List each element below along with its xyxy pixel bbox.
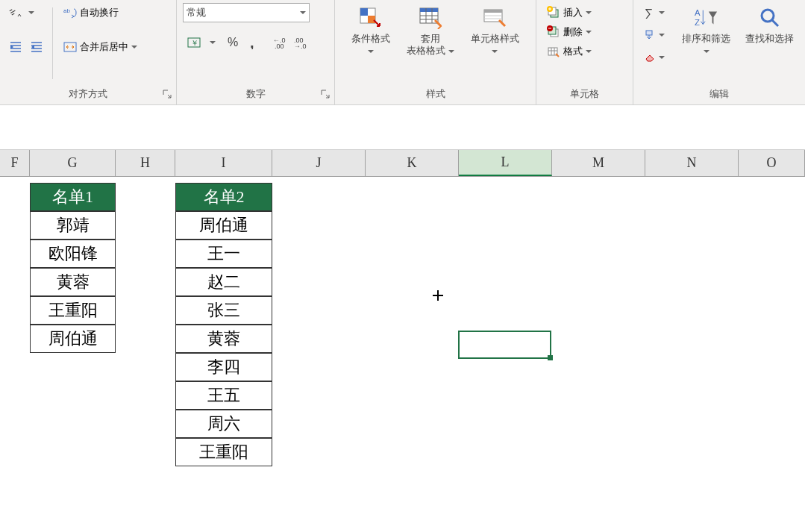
list-header[interactable]: 名单2: [175, 183, 272, 211]
svg-point-28: [762, 10, 774, 22]
svg-text:ab: ab: [63, 7, 70, 14]
column-header-G[interactable]: G: [30, 150, 116, 176]
list-item[interactable]: 周伯通: [30, 325, 116, 353]
list-item[interactable]: 张三: [175, 296, 272, 325]
increase-decimal-button[interactable]: ←.0.00: [271, 33, 290, 52]
svg-text:∑: ∑: [645, 7, 653, 19]
svg-rect-14: [420, 8, 438, 12]
merge-center-label: 合并后居中: [80, 40, 128, 54]
format-button[interactable]: 格式: [542, 42, 596, 61]
find-select-label: 查找和选择: [745, 33, 794, 44]
cell-styles-button[interactable]: 单元格样式: [465, 3, 525, 60]
list-item[interactable]: 周六: [175, 410, 272, 438]
column-header-I[interactable]: I: [175, 150, 272, 176]
spreadsheet-grid[interactable]: FGHIJKLMNO 名单1郭靖欧阳锋黄蓉王重阳周伯通名单2周伯通王一赵二张三黄…: [0, 150, 805, 532]
list-item[interactable]: 李四: [175, 353, 272, 381]
list-item[interactable]: 周伯通: [175, 211, 272, 240]
insert-icon: [547, 6, 560, 19]
format-icon: [547, 45, 560, 58]
styles-group-label: 样式: [341, 84, 530, 103]
cell-styles-icon: [483, 6, 507, 30]
list-item[interactable]: 欧阳锋: [30, 240, 116, 268]
ribbon-group-editing: ∑ AZ 排序和筛选: [633, 0, 805, 104]
list-item[interactable]: 王五: [175, 381, 272, 410]
number-format-combo[interactable]: 常规: [183, 3, 310, 22]
cells-area[interactable]: 名单1郭靖欧阳锋黄蓉王重阳周伯通名单2周伯通王一赵二张三黄蓉李四王五周六王重阳: [0, 177, 805, 532]
accounting-dropdown[interactable]: [210, 41, 216, 45]
ribbon: ab 自动换行 合并后居中 对齐方式 常规 ￥: [0, 0, 805, 105]
formula-bar-area: [0, 105, 805, 150]
comma-button[interactable]: ,: [244, 33, 263, 52]
conditional-format-label: 条件格式: [351, 33, 390, 44]
insert-button[interactable]: 插入: [542, 3, 596, 22]
fill-down-icon: [644, 29, 656, 41]
svg-text:→.0: →.0: [294, 43, 307, 49]
fill-handle[interactable]: [548, 355, 553, 360]
sort-filter-icon: AZ: [695, 6, 718, 30]
list-item[interactable]: 黄蓉: [30, 268, 116, 296]
column-header-M[interactable]: M: [552, 150, 645, 176]
svg-text:,: ,: [250, 36, 254, 49]
clear-button[interactable]: [639, 48, 672, 67]
list-item[interactable]: 王重阳: [30, 296, 116, 325]
list-item[interactable]: 王一: [175, 240, 272, 268]
delete-button[interactable]: 删除: [542, 22, 596, 42]
column-header-J[interactable]: J: [272, 150, 366, 176]
editing-group-label: 编辑: [639, 84, 799, 103]
ribbon-group-styles: 条件格式 套用 表格格式 单元格样式 样式: [335, 0, 536, 104]
format-label: 格式: [563, 45, 583, 58]
find-select-icon: [758, 6, 782, 30]
number-format-value: 常规: [187, 6, 206, 19]
decrease-decimal-button[interactable]: .00→.0: [292, 33, 311, 52]
selected-cell[interactable]: [458, 331, 551, 359]
fill-button[interactable]: [639, 25, 672, 45]
sort-filter-label: 排序和筛选: [682, 33, 730, 44]
decrease-indent-button[interactable]: [6, 37, 25, 57]
conditional-format-button[interactable]: 条件格式: [345, 3, 396, 60]
list-header[interactable]: 名单1: [30, 183, 116, 211]
merge-center-button[interactable]: 合并后居中: [59, 37, 142, 57]
format-as-table-icon: [419, 6, 442, 30]
find-select-button[interactable]: 查找和选择: [740, 3, 799, 48]
column-header-N[interactable]: N: [645, 150, 739, 176]
sort-filter-button[interactable]: AZ 排序和筛选: [677, 3, 736, 60]
accounting-format-button[interactable]: ￥: [183, 33, 208, 52]
column-header-K[interactable]: K: [366, 150, 459, 176]
alignment-group-label: 对齐方式: [6, 84, 170, 103]
svg-rect-1: [64, 43, 76, 51]
delete-label: 删除: [563, 25, 583, 39]
alignment-dialog-launcher[interactable]: [163, 90, 173, 100]
autosum-button[interactable]: ∑: [639, 3, 672, 22]
svg-rect-16: [484, 10, 502, 13]
ribbon-group-cells: 插入 删除 格式 单元格: [536, 0, 633, 104]
format-as-table-label: 套用 表格格式: [407, 33, 445, 56]
delete-icon: [547, 25, 560, 39]
orientation-button[interactable]: [6, 3, 25, 22]
list-item[interactable]: 黄蓉: [175, 325, 272, 353]
list-item[interactable]: 郭靖: [30, 211, 116, 240]
list-item[interactable]: 王重阳: [175, 438, 272, 466]
cell-styles-label: 单元格样式: [471, 33, 519, 44]
svg-rect-12: [368, 16, 375, 23]
ribbon-group-alignment: ab 自动换行 合并后居中 对齐方式: [0, 0, 177, 104]
svg-text:Z: Z: [695, 18, 700, 27]
list-item[interactable]: 赵二: [175, 268, 272, 296]
format-as-table-button[interactable]: 套用 表格格式: [401, 3, 460, 60]
svg-rect-25: [646, 31, 652, 35]
column-header-H[interactable]: H: [116, 150, 175, 176]
svg-text:%: %: [228, 36, 238, 48]
eraser-icon: [644, 51, 656, 63]
column-header-F[interactable]: F: [0, 150, 30, 176]
sigma-icon: ∑: [644, 7, 656, 19]
wrap-text-button[interactable]: ab 自动换行: [59, 3, 142, 22]
increase-indent-button[interactable]: [27, 37, 46, 57]
wrap-text-label: 自动换行: [80, 6, 119, 19]
cursor-icon: [431, 289, 445, 302]
percent-button[interactable]: %: [223, 33, 242, 52]
insert-label: 插入: [563, 6, 583, 19]
number-dialog-launcher[interactable]: [321, 90, 331, 100]
orientation-dropdown[interactable]: [27, 3, 36, 22]
conditional-format-icon: [359, 6, 383, 30]
column-header-L[interactable]: L: [459, 150, 552, 176]
column-header-O[interactable]: O: [739, 150, 805, 176]
